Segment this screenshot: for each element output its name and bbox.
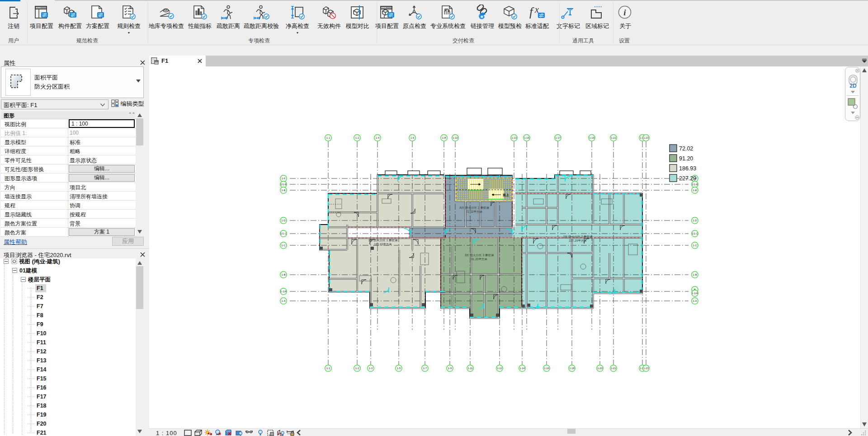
svg-text:1-18: 1-18 (569, 367, 575, 370)
svg-text:1/1-E: 1/1-E (280, 183, 287, 186)
svg-text:1-E: 1-E (281, 189, 285, 192)
svg-text:1-7: 1-7 (423, 367, 427, 370)
svg-text:1-16: 1-16 (544, 367, 549, 370)
svg-text:2D: 2D (849, 83, 857, 89)
svg-text:1/1-C: 1/1-C (692, 232, 698, 235)
svg-text:91.20平方米: 91.20平方米 (471, 258, 487, 261)
svg-text:1区 防火分区 1 兼喷淋: 1区 防火分区 1 兼喷淋 (368, 239, 398, 242)
svg-text:1-19: 1-19 (589, 136, 594, 139)
svg-text:1-1/A: 1-1/A (280, 290, 287, 293)
svg-text:1-C: 1-C (693, 244, 697, 247)
svg-text:227.29平方米: 227.29平方米 (569, 239, 587, 243)
svg-text:1/1-C: 1/1-C (280, 232, 287, 235)
svg-text:1-8: 1-8 (442, 136, 446, 139)
svg-text:1-14: 1-14 (519, 367, 525, 370)
svg-text:1-15: 1-15 (524, 136, 529, 139)
svg-text:1-13: 1-13 (511, 136, 517, 139)
svg-text:1-B: 1-B (693, 273, 697, 276)
svg-text:3区 防火分区 3 兼喷淋: 3区 防火分区 3 兼喷淋 (465, 253, 494, 257)
svg-text:1/1-E: 1/1-E (692, 183, 698, 186)
svg-text:1-D: 1-D (281, 219, 285, 222)
svg-text:f: f (529, 5, 534, 19)
svg-text:1-12: 1-12 (497, 367, 502, 370)
svg-text:1-1: 1-1 (326, 136, 330, 139)
svg-text:186.93: 186.93 (679, 165, 696, 172)
svg-text:前上: 前上 (503, 193, 509, 197)
svg-text:1-21: 1-21 (611, 367, 616, 370)
svg-text:1-B: 1-B (281, 273, 285, 276)
svg-text:72.02平方米: 72.02平方米 (466, 210, 482, 214)
svg-text:1-17: 1-17 (555, 136, 561, 139)
svg-text:i: i (623, 8, 626, 17)
svg-text:1-C: 1-C (281, 244, 285, 247)
svg-text:1-3: 1-3 (369, 367, 373, 370)
svg-text:1-11: 1-11 (467, 367, 472, 370)
svg-text:1区 防火分区 2 兼喷淋: 1区 防火分区 2 兼喷淋 (563, 235, 593, 239)
svg-text:1-6: 1-6 (410, 136, 414, 139)
svg-text:1-A: 1-A (693, 300, 697, 302)
svg-text:1-1/A: 1-1/A (692, 292, 698, 295)
svg-text:1-E: 1-E (693, 189, 697, 192)
svg-text:1-5: 1-5 (397, 367, 401, 370)
svg-text:1-F: 1-F (282, 177, 286, 180)
svg-text:72.02: 72.02 (679, 145, 693, 152)
svg-text:91.20: 91.20 (679, 155, 693, 162)
svg-text:1-A: 1-A (281, 300, 285, 302)
svg-text:227.29: 227.29 (679, 175, 696, 182)
svg-text:1-2: 1-2 (355, 136, 359, 139)
svg-text:1-2: 1-2 (355, 367, 359, 370)
svg-text:1-D: 1-D (693, 219, 697, 222)
svg-text:1-20: 1-20 (597, 367, 603, 370)
svg-text:A区 防火分区 1 兼喷淋: A区 防火分区 1 兼喷淋 (459, 206, 489, 210)
svg-text:1-1: 1-1 (326, 367, 330, 370)
svg-text:1-10: 1-10 (453, 136, 458, 139)
svg-text:1-21: 1-21 (611, 136, 616, 139)
svg-text:1-23: 1-23 (643, 367, 649, 370)
svg-text:1-9: 1-9 (448, 367, 452, 370)
svg-text:1-23: 1-23 (643, 136, 649, 139)
svg-text:1-4: 1-4 (376, 136, 380, 139)
svg-text:186.93平方米: 186.93平方米 (374, 243, 392, 246)
